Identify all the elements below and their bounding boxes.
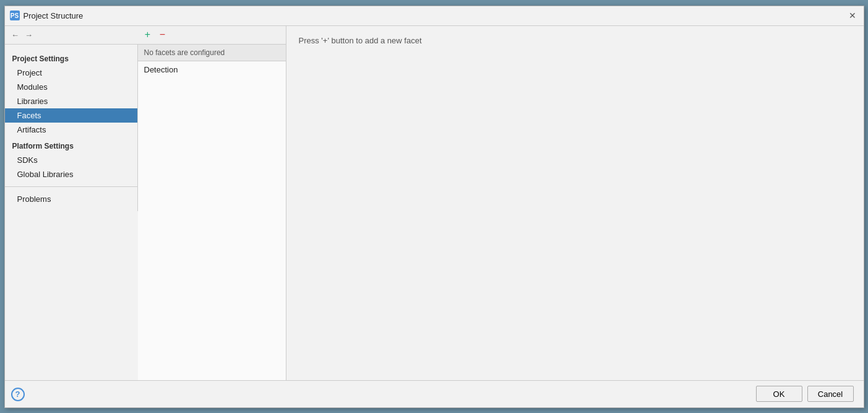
- sidebar-item-modules[interactable]: Modules: [5, 80, 137, 94]
- dialog-footer: OK Cancel: [5, 380, 864, 407]
- sidebar-nav-bar: ← →: [5, 26, 138, 45]
- dialog-body: ← → Project Settings Project Modules Lib…: [5, 26, 864, 380]
- remove-facet-button[interactable]: −: [157, 28, 169, 41]
- back-arrow[interactable]: ←: [10, 29, 21, 40]
- close-button[interactable]: ✕: [846, 9, 859, 22]
- detection-item[interactable]: Detection: [138, 61, 286, 78]
- sidebar-item-sdks[interactable]: SDKs: [5, 153, 137, 167]
- sidebar-item-problems[interactable]: Problems: [5, 192, 137, 206]
- sidebar-divider: [5, 186, 137, 187]
- cancel-button[interactable]: Cancel: [807, 386, 854, 402]
- project-settings-header: Project Settings: [5, 52, 137, 66]
- forward-arrow[interactable]: →: [24, 29, 35, 40]
- ok-button[interactable]: OK: [756, 386, 802, 402]
- sidebar-item-project[interactable]: Project: [5, 66, 137, 80]
- project-structure-dialog: PS Project Structure ✕ ← → Project Setti…: [4, 6, 864, 408]
- sidebar-wrapper: ← → Project Settings Project Modules Lib…: [5, 26, 138, 380]
- sidebar-item-libraries[interactable]: Libraries: [5, 94, 137, 108]
- help-text: Press '+' button to add a new facet: [286, 26, 864, 55]
- app-icon: PS: [10, 11, 20, 20]
- platform-settings-header: Platform Settings: [5, 139, 137, 153]
- add-facet-button[interactable]: +: [142, 28, 154, 41]
- no-facets-text: No facets are configured: [138, 45, 286, 61]
- title-bar-left: PS Project Structure: [10, 11, 84, 20]
- sidebar-item-facets[interactable]: Facets: [5, 108, 137, 123]
- help-icon[interactable]: ?: [11, 388, 25, 401]
- dialog-title: Project Structure: [24, 11, 84, 20]
- facets-toolbar: + −: [138, 26, 286, 45]
- sidebar-item-artifacts[interactable]: Artifacts: [5, 123, 137, 137]
- facets-panel: + − No facets are configured Detection: [138, 26, 286, 380]
- sidebar: Project Settings Project Modules Librari…: [5, 45, 138, 211]
- title-bar: PS Project Structure ✕: [5, 6, 864, 26]
- sidebar-item-global-libraries[interactable]: Global Libraries: [5, 167, 137, 181]
- right-panel: Press '+' button to add a new facet: [286, 26, 864, 380]
